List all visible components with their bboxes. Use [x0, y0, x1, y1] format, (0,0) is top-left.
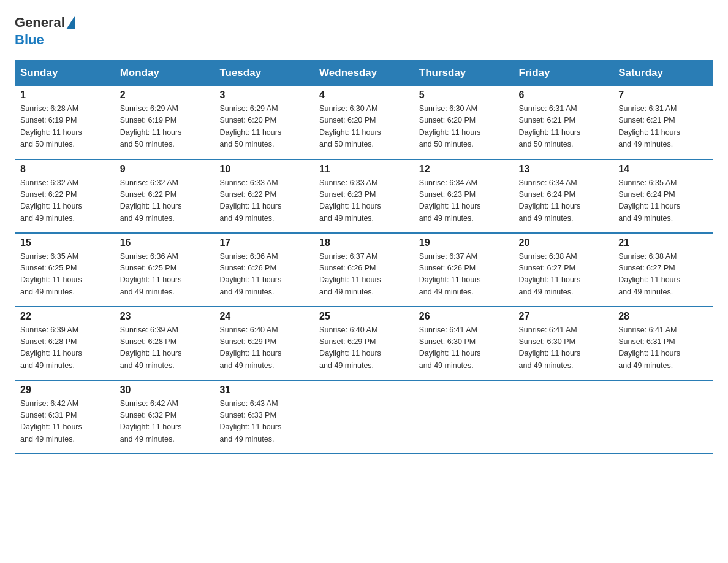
calendar-cell: 21Sunrise: 6:38 AMSunset: 6:27 PMDayligh…: [613, 233, 713, 307]
day-number: 10: [219, 164, 309, 175]
calendar-cell: 27Sunrise: 6:41 AMSunset: 6:30 PMDayligh…: [514, 307, 613, 380]
day-info: Sunrise: 6:36 AMSunset: 6:25 PMDaylight:…: [120, 251, 210, 299]
day-number: 30: [120, 385, 210, 396]
day-number: 17: [219, 237, 309, 248]
day-info: Sunrise: 6:42 AMSunset: 6:32 PMDaylight:…: [120, 398, 210, 446]
day-number: 3: [219, 90, 309, 101]
day-info: Sunrise: 6:40 AMSunset: 6:29 PMDaylight:…: [319, 324, 409, 372]
calendar-cell: 6Sunrise: 6:31 AMSunset: 6:21 PMDaylight…: [514, 86, 613, 159]
day-number: 25: [319, 311, 409, 322]
day-info: Sunrise: 6:41 AMSunset: 6:31 PMDaylight:…: [618, 324, 708, 372]
calendar-cell: 18Sunrise: 6:37 AMSunset: 6:26 PMDayligh…: [314, 233, 414, 307]
calendar-cell: 16Sunrise: 6:36 AMSunset: 6:25 PMDayligh…: [115, 233, 214, 307]
day-number: 5: [419, 90, 509, 101]
calendar-cell: 28Sunrise: 6:41 AMSunset: 6:31 PMDayligh…: [613, 307, 713, 380]
calendar-cell: 29Sunrise: 6:42 AMSunset: 6:31 PMDayligh…: [15, 380, 115, 454]
calendar-week-row: 8Sunrise: 6:32 AMSunset: 6:22 PMDaylight…: [15, 159, 713, 233]
day-info: Sunrise: 6:29 AMSunset: 6:20 PMDaylight:…: [219, 103, 309, 151]
logo-triangle-icon: [66, 16, 75, 29]
day-number: 18: [319, 237, 409, 248]
calendar-week-row: 1Sunrise: 6:28 AMSunset: 6:19 PMDaylight…: [15, 86, 713, 159]
header-friday: Friday: [514, 61, 613, 86]
calendar-cell: 4Sunrise: 6:30 AMSunset: 6:20 PMDaylight…: [314, 86, 414, 159]
calendar-cell: 11Sunrise: 6:33 AMSunset: 6:23 PMDayligh…: [314, 159, 414, 233]
page-header: General Blue: [15, 15, 713, 48]
day-number: 20: [519, 237, 609, 248]
logo-general-text: General: [15, 15, 65, 31]
day-number: 12: [419, 164, 509, 175]
day-info: Sunrise: 6:33 AMSunset: 6:22 PMDaylight:…: [219, 177, 309, 225]
day-number: 13: [519, 164, 609, 175]
day-info: Sunrise: 6:30 AMSunset: 6:20 PMDaylight:…: [419, 103, 509, 151]
calendar-cell: 9Sunrise: 6:32 AMSunset: 6:22 PMDaylight…: [115, 159, 214, 233]
header-wednesday: Wednesday: [314, 61, 414, 86]
calendar-cell: 31Sunrise: 6:43 AMSunset: 6:33 PMDayligh…: [214, 380, 314, 454]
calendar-cell: 1Sunrise: 6:28 AMSunset: 6:19 PMDaylight…: [15, 86, 115, 159]
day-number: 15: [20, 237, 110, 248]
calendar-table: SundayMondayTuesdayWednesdayThursdayFrid…: [15, 60, 713, 454]
day-info: Sunrise: 6:37 AMSunset: 6:26 PMDaylight:…: [319, 251, 409, 299]
day-info: Sunrise: 6:35 AMSunset: 6:24 PMDaylight:…: [618, 177, 708, 225]
day-info: Sunrise: 6:42 AMSunset: 6:31 PMDaylight:…: [20, 398, 110, 446]
day-info: Sunrise: 6:31 AMSunset: 6:21 PMDaylight:…: [618, 103, 708, 151]
day-info: Sunrise: 6:41 AMSunset: 6:30 PMDaylight:…: [519, 324, 609, 372]
day-number: 11: [319, 164, 409, 175]
day-info: Sunrise: 6:28 AMSunset: 6:19 PMDaylight:…: [20, 103, 110, 151]
day-info: Sunrise: 6:34 AMSunset: 6:24 PMDaylight:…: [519, 177, 609, 225]
day-number: 7: [618, 90, 708, 101]
day-info: Sunrise: 6:33 AMSunset: 6:23 PMDaylight:…: [319, 177, 409, 225]
calendar-cell: 13Sunrise: 6:34 AMSunset: 6:24 PMDayligh…: [514, 159, 613, 233]
day-info: Sunrise: 6:29 AMSunset: 6:19 PMDaylight:…: [120, 103, 210, 151]
calendar-cell: 12Sunrise: 6:34 AMSunset: 6:23 PMDayligh…: [414, 159, 514, 233]
calendar-cell: 10Sunrise: 6:33 AMSunset: 6:22 PMDayligh…: [214, 159, 314, 233]
calendar-cell: 14Sunrise: 6:35 AMSunset: 6:24 PMDayligh…: [613, 159, 713, 233]
calendar-cell: [613, 380, 713, 454]
calendar-cell: [314, 380, 414, 454]
calendar-cell: 19Sunrise: 6:37 AMSunset: 6:26 PMDayligh…: [414, 233, 514, 307]
day-number: 23: [120, 311, 210, 322]
day-info: Sunrise: 6:38 AMSunset: 6:27 PMDaylight:…: [519, 251, 609, 299]
day-number: 9: [120, 164, 210, 175]
calendar-cell: 2Sunrise: 6:29 AMSunset: 6:19 PMDaylight…: [115, 86, 214, 159]
calendar-cell: [514, 380, 613, 454]
header-sunday: Sunday: [15, 61, 115, 86]
day-info: Sunrise: 6:31 AMSunset: 6:21 PMDaylight:…: [519, 103, 609, 151]
day-number: 27: [519, 311, 609, 322]
day-number: 16: [120, 237, 210, 248]
day-info: Sunrise: 6:34 AMSunset: 6:23 PMDaylight:…: [419, 177, 509, 225]
day-number: 29: [20, 385, 110, 396]
calendar-cell: 8Sunrise: 6:32 AMSunset: 6:22 PMDaylight…: [15, 159, 115, 233]
day-number: 8: [20, 164, 110, 175]
calendar-cell: 17Sunrise: 6:36 AMSunset: 6:26 PMDayligh…: [214, 233, 314, 307]
calendar-cell: 24Sunrise: 6:40 AMSunset: 6:29 PMDayligh…: [214, 307, 314, 380]
day-info: Sunrise: 6:41 AMSunset: 6:30 PMDaylight:…: [419, 324, 509, 372]
calendar-week-row: 29Sunrise: 6:42 AMSunset: 6:31 PMDayligh…: [15, 380, 713, 454]
calendar-cell: 15Sunrise: 6:35 AMSunset: 6:25 PMDayligh…: [15, 233, 115, 307]
day-number: 24: [219, 311, 309, 322]
day-number: 1: [20, 90, 110, 101]
day-info: Sunrise: 6:32 AMSunset: 6:22 PMDaylight:…: [20, 177, 110, 225]
day-info: Sunrise: 6:43 AMSunset: 6:33 PMDaylight:…: [219, 398, 309, 446]
calendar-header-row: SundayMondayTuesdayWednesdayThursdayFrid…: [15, 61, 713, 86]
calendar-cell: 26Sunrise: 6:41 AMSunset: 6:30 PMDayligh…: [414, 307, 514, 380]
day-number: 14: [618, 164, 708, 175]
day-info: Sunrise: 6:39 AMSunset: 6:28 PMDaylight:…: [20, 324, 110, 372]
day-number: 31: [219, 385, 309, 396]
header-monday: Monday: [115, 61, 214, 86]
calendar-cell: 23Sunrise: 6:39 AMSunset: 6:28 PMDayligh…: [115, 307, 214, 380]
day-info: Sunrise: 6:32 AMSunset: 6:22 PMDaylight:…: [120, 177, 210, 225]
day-number: 28: [618, 311, 708, 322]
header-tuesday: Tuesday: [214, 61, 314, 86]
day-info: Sunrise: 6:38 AMSunset: 6:27 PMDaylight:…: [618, 251, 708, 299]
logo-blue-text: Blue: [15, 32, 44, 48]
calendar-cell: [414, 380, 514, 454]
day-info: Sunrise: 6:30 AMSunset: 6:20 PMDaylight:…: [319, 103, 409, 151]
day-info: Sunrise: 6:35 AMSunset: 6:25 PMDaylight:…: [20, 251, 110, 299]
logo: General Blue: [15, 15, 76, 48]
calendar-cell: 7Sunrise: 6:31 AMSunset: 6:21 PMDaylight…: [613, 86, 713, 159]
day-info: Sunrise: 6:39 AMSunset: 6:28 PMDaylight:…: [120, 324, 210, 372]
header-saturday: Saturday: [613, 61, 713, 86]
day-info: Sunrise: 6:37 AMSunset: 6:26 PMDaylight:…: [419, 251, 509, 299]
day-number: 21: [618, 237, 708, 248]
header-thursday: Thursday: [414, 61, 514, 86]
